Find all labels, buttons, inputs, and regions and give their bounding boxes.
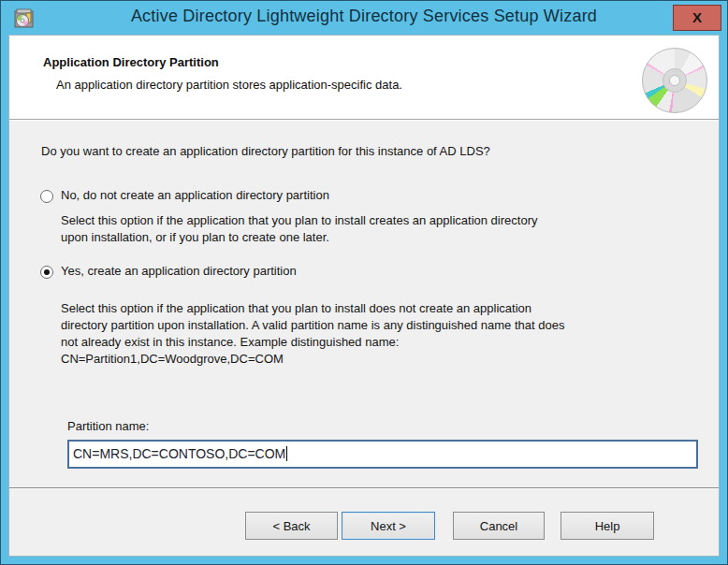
page-subtitle: An application directory partition store… xyxy=(56,78,402,92)
radio-yes-label[interactable]: Yes, create an application directory par… xyxy=(61,264,297,278)
window-title: Active Directory Lightweight Directory S… xyxy=(1,7,727,26)
partition-name-label: Partition name: xyxy=(67,419,149,433)
text-caret xyxy=(286,446,287,461)
next-button[interactable]: Next > xyxy=(342,512,435,540)
page-title: Application Directory Partition xyxy=(43,55,219,69)
radio-no[interactable] xyxy=(40,190,53,203)
radio-yes-description: Select this option if the application th… xyxy=(61,300,706,368)
cd-disc-icon xyxy=(642,48,707,113)
cancel-button[interactable]: Cancel xyxy=(453,512,545,540)
question-text: Do you want to create an application dir… xyxy=(41,144,490,158)
cd-hole xyxy=(669,75,680,86)
titlebar[interactable]: Active Directory Lightweight Directory S… xyxy=(1,1,727,35)
close-button[interactable]: X xyxy=(673,5,721,31)
radio-no-description: Select this option if the application th… xyxy=(61,212,697,246)
radio-no-label[interactable]: No, do not create an application directo… xyxy=(61,188,329,202)
dialog-body: Application Directory Partition An appli… xyxy=(8,35,720,557)
help-button[interactable]: Help xyxy=(561,512,654,540)
radio-yes[interactable] xyxy=(40,266,53,279)
partition-name-input[interactable]: CN=MRS,DC=CONTOSO,DC=COM xyxy=(67,440,698,469)
wizard-window: Active Directory Lightweight Directory S… xyxy=(0,0,728,565)
divider xyxy=(9,487,719,489)
partition-name-value: CN=MRS,DC=CONTOSO,DC=COM xyxy=(73,446,285,461)
back-button[interactable]: < Back xyxy=(245,512,338,540)
wizard-header: Application Directory Partition An appli… xyxy=(9,36,719,120)
close-icon: X xyxy=(692,9,702,25)
